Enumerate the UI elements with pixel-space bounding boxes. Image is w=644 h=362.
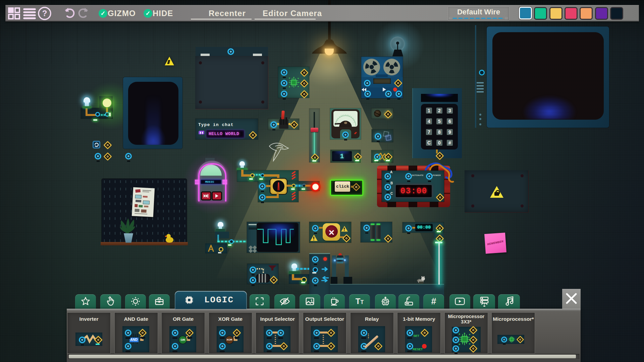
svg-text:?: ?: [42, 9, 47, 18]
